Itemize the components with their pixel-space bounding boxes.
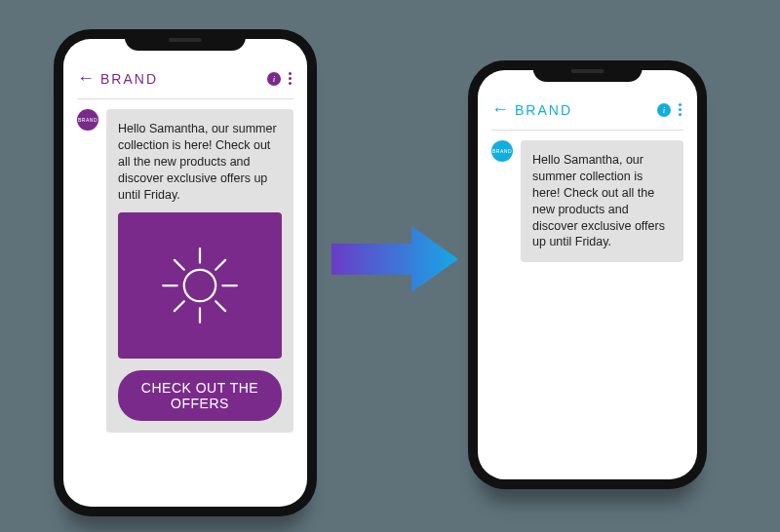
message-row: BRAND Hello Samantha, our summer collect… bbox=[77, 109, 293, 433]
svg-line-7 bbox=[215, 260, 225, 270]
brand-avatar: BRAND bbox=[491, 140, 513, 162]
svg-point-0 bbox=[184, 270, 215, 301]
chat-header: ← BRAND i bbox=[77, 58, 293, 93]
back-arrow-icon[interactable]: ← bbox=[77, 68, 95, 89]
message-text: Hello Samantha, our summer collection is… bbox=[118, 121, 282, 203]
message-row: BRAND Hello Samantha, our summer collect… bbox=[491, 140, 683, 262]
cta-button[interactable]: CHECK OUT THE OFFERS bbox=[118, 370, 282, 421]
header-divider bbox=[491, 130, 683, 131]
info-icon[interactable]: i bbox=[657, 103, 671, 117]
device-notch bbox=[532, 60, 643, 82]
message-bubble: Hello Samantha, our summer collection is… bbox=[521, 140, 683, 262]
svg-line-8 bbox=[175, 302, 184, 312]
chat-title: BRAND bbox=[100, 71, 261, 87]
phone-right: ← BRAND i BRAND Hello Samantha, our summ… bbox=[468, 60, 707, 489]
more-icon[interactable] bbox=[677, 103, 683, 116]
device-notch bbox=[125, 29, 246, 51]
svg-marker-9 bbox=[332, 226, 458, 292]
brand-avatar: BRAND bbox=[77, 109, 98, 131]
sun-icon bbox=[156, 242, 244, 329]
message-text: Hello Samantha, our summer collection is… bbox=[532, 152, 672, 250]
chat-header: ← BRAND i bbox=[491, 90, 683, 124]
info-icon[interactable]: i bbox=[267, 72, 281, 86]
header-divider bbox=[77, 98, 293, 99]
message-bubble: Hello Samantha, our summer collection is… bbox=[106, 109, 293, 433]
svg-line-6 bbox=[215, 302, 225, 312]
svg-line-5 bbox=[175, 260, 184, 270]
promo-image bbox=[118, 212, 282, 359]
phone-left: ← BRAND i BRAND Hello Samantha, our summ… bbox=[54, 29, 317, 516]
chat-title: BRAND bbox=[515, 102, 651, 118]
screen-right: ← BRAND i BRAND Hello Samantha, our summ… bbox=[478, 70, 697, 479]
arrow-right-icon bbox=[332, 224, 458, 294]
screen-left: ← BRAND i BRAND Hello Samantha, our summ… bbox=[63, 39, 307, 507]
more-icon[interactable] bbox=[287, 72, 293, 85]
back-arrow-icon[interactable]: ← bbox=[491, 99, 509, 120]
